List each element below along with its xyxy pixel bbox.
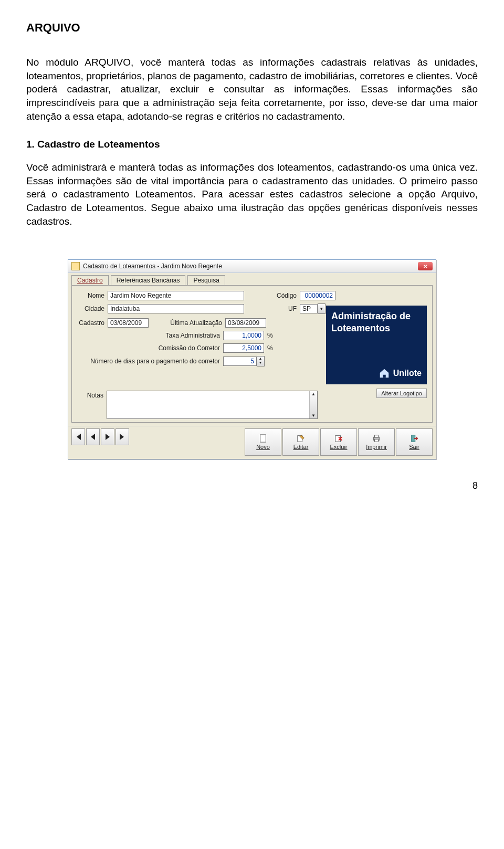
label-nome: Nome <box>77 292 108 299</box>
print-icon <box>372 434 381 443</box>
field-numdias[interactable]: 5 <box>223 357 257 366</box>
field-codigo[interactable]: 00000002 <box>300 291 335 300</box>
heading-sub1: 1. Cadastro de Loteamentos <box>26 139 478 150</box>
tab-referencias[interactable]: Referências Bancárias <box>111 275 186 285</box>
nav-last-button[interactable] <box>116 428 129 445</box>
logo-panel: Administração de Loteamentos Unilote <box>326 306 427 384</box>
svg-rect-5 <box>374 439 378 442</box>
logo-line2: Loteamentos <box>331 323 422 334</box>
field-notas[interactable]: ▲▼ <box>107 391 318 419</box>
window-titlebar: Cadastro de Loteamentos - Jardim Novo Re… <box>68 260 436 273</box>
tab-pesquisa[interactable]: Pesquisa <box>187 275 225 285</box>
label-cadastro: Cadastro <box>77 319 108 327</box>
svg-rect-0 <box>260 435 266 442</box>
field-cadastro[interactable]: 03/08/2009 <box>108 318 149 328</box>
paragraph-intro: No módulo ARQUIVO, você manterá todas as… <box>26 56 478 123</box>
heading-arquivo: ARQUIVO <box>26 21 478 35</box>
bottom-toolbar: Novo Editar Excluir Imprimir Sair <box>68 426 436 459</box>
imprimir-button[interactable]: Imprimir <box>358 428 395 456</box>
field-ultima[interactable]: 03/08/2009 <box>225 318 266 328</box>
label-ultima: Última Atualização <box>149 319 225 327</box>
field-nome[interactable]: Jardim Novo Regente <box>108 291 244 300</box>
label-comissao: Comissão do Corretor <box>77 344 223 352</box>
paragraph-sub1: Você administrará e manterá todas as inf… <box>26 161 478 228</box>
exit-icon <box>410 434 419 443</box>
window-icon <box>71 262 80 270</box>
new-icon <box>258 434 268 443</box>
house-icon <box>379 368 390 379</box>
chevron-down-icon[interactable]: ▾ <box>318 303 326 314</box>
label-notas: Notas <box>77 391 107 399</box>
novo-button[interactable]: Novo <box>245 428 281 456</box>
field-taxa[interactable]: 1,0000 <box>223 331 264 340</box>
excluir-button[interactable]: Excluir <box>320 428 357 456</box>
page-number: 8 <box>26 480 478 491</box>
field-cidade[interactable]: Indaiatuba <box>108 304 244 313</box>
sair-button[interactable]: Sair <box>396 428 433 456</box>
form-panel: Nome Jardim Novo Regente Código 00000002… <box>71 285 433 423</box>
spinner-numdias[interactable]: ▲▼ <box>257 356 265 366</box>
tab-bar: Cadastro Referências Bancárias Pesquisa <box>68 273 436 285</box>
alterar-logo-button[interactable]: Alterar Logotipo <box>376 389 427 398</box>
label-pct-comissao: % <box>264 344 273 352</box>
nav-prev-button[interactable] <box>86 428 100 445</box>
close-icon[interactable]: ✕ <box>418 262 433 270</box>
tab-cadastro[interactable]: Cadastro <box>71 275 109 285</box>
nav-first-button[interactable] <box>71 428 85 445</box>
label-taxa: Taxa Administrativa <box>77 332 223 339</box>
delete-icon <box>334 434 343 443</box>
label-codigo: Código <box>244 292 300 299</box>
label-uf: UF <box>244 305 300 312</box>
scrollbar-notas[interactable]: ▲▼ <box>309 391 317 418</box>
label-numdias: Número de dias para o pagamento do corre… <box>77 358 223 365</box>
logo-line1: Administração de <box>331 311 422 322</box>
label-pct-taxa: % <box>264 332 273 339</box>
logo-brand: Unilote <box>393 369 422 378</box>
field-uf[interactable]: SP <box>300 304 318 313</box>
label-cidade: Cidade <box>77 305 108 312</box>
app-window: Cadastro de Loteamentos - Jardim Novo Re… <box>68 259 436 459</box>
svg-rect-4 <box>374 435 378 437</box>
editar-button[interactable]: Editar <box>282 428 319 456</box>
nav-next-button[interactable] <box>101 428 114 445</box>
edit-icon <box>296 434 306 443</box>
field-comissao[interactable]: 2,5000 <box>223 343 264 353</box>
window-title: Cadastro de Loteamentos - Jardim Novo Re… <box>83 263 222 270</box>
